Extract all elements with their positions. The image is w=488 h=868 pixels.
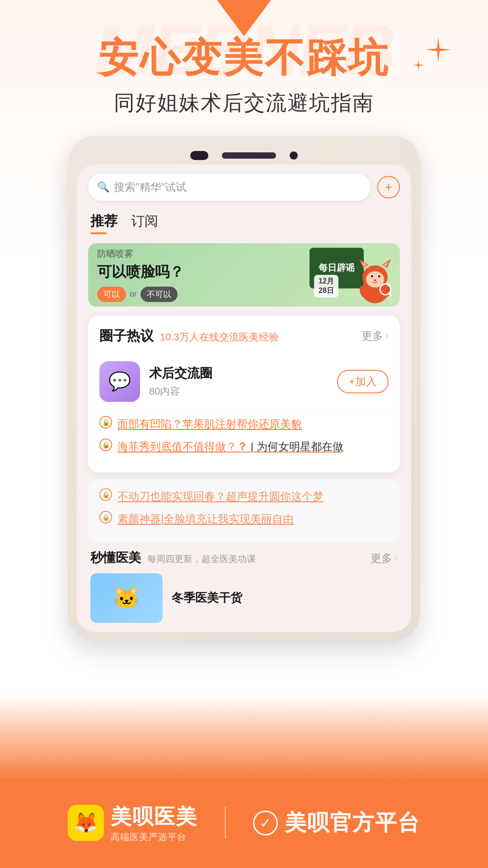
phone-speaker [222, 152, 276, 159]
app-content: 🔍 搜索"精华"试试 + 推荐 订阅 [77, 165, 411, 632]
svg-point-11 [374, 279, 376, 281]
post-suffix: | 为何女明星都在做 [248, 440, 343, 453]
circle-more-button[interactable]: 更多 › [361, 329, 389, 343]
post-item-2[interactable]: 🔒 海菲秀到底值不值得做？？ | 为何女明星都在做 [99, 439, 389, 455]
circle-section-subtitle: 10.3万人在线交流医美经验 [160, 330, 279, 344]
banner-buttons: 可以 or 不可以 [97, 287, 291, 302]
course-thumb-inner: 🐱 [90, 573, 163, 623]
tab-underline [90, 232, 107, 234]
banner-main-title: 可以喷脸吗？ [97, 262, 291, 282]
svg-point-10 [378, 275, 380, 277]
logo-text-group: 美呗医美 高端医美严选平台 [111, 803, 197, 843]
course-section: 秒懂医美 每周四更新，超全医美功课 更多 › 🐱 [88, 549, 400, 623]
chevron-right-icon-2: › [394, 552, 398, 564]
phone-dot [290, 151, 298, 160]
question-mark: ？ [237, 440, 248, 453]
phone-screen: 🔍 搜索"精华"试试 + 推荐 订阅 [77, 165, 411, 632]
phone-mockup: 🔍 搜索"精华"试试 + 推荐 订阅 [68, 135, 420, 641]
post-item-1[interactable]: 🔒 面部有凹陷？苹果肌注射帮你还原美貌 [99, 416, 389, 432]
banner-btn-yes[interactable]: 可以 [97, 287, 126, 302]
phone-notch [77, 144, 411, 165]
footer-logo-left: 🦊 美呗医美 高端医美严选平台 [68, 803, 197, 843]
partial-post-icon-1: 🔒 [99, 488, 112, 501]
circle-section: 圈子热议 10.3万人在线交流医美经验 更多 › 💬 [88, 316, 400, 472]
course-title: 秒懂医美 [90, 549, 141, 566]
footer-divider [225, 807, 226, 839]
course-header: 秒懂医美 每周四更新，超全医美功课 [90, 549, 256, 566]
banner-card[interactable]: 防晒喷雾 可以喷脸吗？ 可以 or 不可以 ⭐ 每日辟谣 [88, 243, 400, 307]
banner-btn-no[interactable]: 不可以 [141, 287, 178, 302]
course-card[interactable]: 🐱 冬季医美干货 [90, 573, 398, 623]
course-card-info: 冬季医美干货 [172, 590, 242, 606]
post-icon-2: 🔒 [99, 439, 112, 451]
partial-post-2[interactable]: 🔒 素颜神器|全脸填充让我实现美丽自由 [99, 511, 389, 527]
phone-camera [190, 151, 208, 160]
svg-point-9 [371, 275, 373, 277]
join-circle-button[interactable]: +加入 [337, 370, 389, 393]
tab-recommend[interactable]: 推荐 [90, 212, 117, 234]
circle-title-group: 圈子热议 10.3万人在线交流医美经验 [99, 327, 279, 345]
lock-icon-4: 🔒 [102, 514, 110, 521]
banner-right: ⭐ 每日辟谣 12月28日 [300, 243, 400, 307]
banner-chalkboard-text: 每日辟谣 [319, 262, 355, 274]
partial-post-1[interactable]: 🔒 不动刀也能实现回春？超声提升圆你这个梦 [99, 488, 389, 505]
course-card-title: 冬季医美干货 [172, 590, 242, 606]
phone-frame: 🔍 搜索"精华"试试 + 推荐 订阅 [68, 135, 420, 641]
tab-subscribe[interactable]: 订阅 [131, 212, 158, 234]
circle-section-title: 圈子热议 [99, 327, 154, 345]
banner-fox-character [355, 257, 395, 307]
checkmark-icon: ✓ [260, 815, 271, 831]
banner-btn-or: or [130, 289, 137, 299]
banner-small-title: 防晒喷雾 [97, 248, 291, 260]
banner-date-badge: 12月28日 [314, 275, 338, 297]
svg-line-15 [389, 293, 392, 296]
circle-name: 术后交流圈 [149, 365, 328, 382]
banner-left: 防晒喷雾 可以喷脸吗？ 可以 or 不可以 [88, 243, 300, 307]
partial-section: 🔒 不动刀也能实现回春？超声提升圆你这个梦 🔒 素颜神器|全脸填充让我实现美丽自… [88, 479, 400, 542]
tabs-row: 推荐 订阅 [88, 212, 400, 234]
circle-card[interactable]: 💬 术后交流圈 80内容 +加入 [99, 354, 389, 409]
search-placeholder: 搜索"精华"试试 [114, 180, 187, 194]
chevron-right-icon: › [385, 330, 389, 342]
partial-post-text-2: 素颜神器|全脸填充让我实现美丽自由 [117, 511, 294, 527]
bottom-footer: 🦊 美呗医美 高端医美严选平台 ✓ 美呗官方平台 [0, 778, 488, 868]
lock-icon-3: 🔒 [102, 491, 110, 498]
course-subtitle: 每周四更新，超全医美功课 [147, 553, 256, 565]
circle-info: 术后交流圈 80内容 [149, 365, 328, 398]
search-bar: 🔍 搜索"精华"试试 + [88, 174, 400, 201]
partial-post-icon-2: 🔒 [99, 511, 112, 524]
circle-count: 80内容 [149, 385, 328, 398]
post-text-1: 面部有凹陷？苹果肌注射帮你还原美貌 [117, 416, 302, 432]
official-text: 美呗官方平台 [285, 808, 420, 837]
course-more-button[interactable]: 更多 › [371, 551, 398, 566]
search-icon: 🔍 [97, 181, 109, 193]
circle-icon: 💬 [99, 361, 140, 402]
lock-icon: 🔒 [102, 419, 110, 426]
post-text-2: 海菲秀到底值不值得做？？ | 为何女明星都在做 [117, 439, 343, 455]
hero-subtitle: 同好姐妹术后交流避坑指南 [0, 89, 488, 117]
checkmark-badge: ✓ [253, 811, 278, 835]
post-icon-1: 🔒 [99, 416, 112, 429]
course-thumbnail: 🐱 [90, 573, 163, 623]
hero-section: 安心变美不踩坑 同好姐妹术后交流避坑指南 [0, 0, 488, 117]
footer-right: ✓ 美呗官方平台 [253, 808, 420, 837]
logo-icon: 🦊 [68, 805, 104, 841]
search-add-button[interactable]: + [377, 176, 400, 198]
partial-post-text-1: 不动刀也能实现回春？超声提升圆你这个梦 [117, 488, 324, 505]
page-wrapper: MEBNEB 安心变美不踩坑 同好姐妹术后交流避坑指南 [0, 0, 488, 868]
brand-sub: 高端医美严选平台 [111, 831, 197, 843]
search-input-wrapper[interactable]: 🔍 搜索"精华"试试 [88, 174, 371, 201]
brand-name: 美呗医美 [111, 803, 197, 831]
circle-section-header: 圈子热议 10.3万人在线交流医美经验 更多 › [99, 327, 389, 345]
hero-title: 安心变美不踩坑 [0, 36, 488, 80]
lock-icon-2: 🔒 [102, 441, 110, 448]
